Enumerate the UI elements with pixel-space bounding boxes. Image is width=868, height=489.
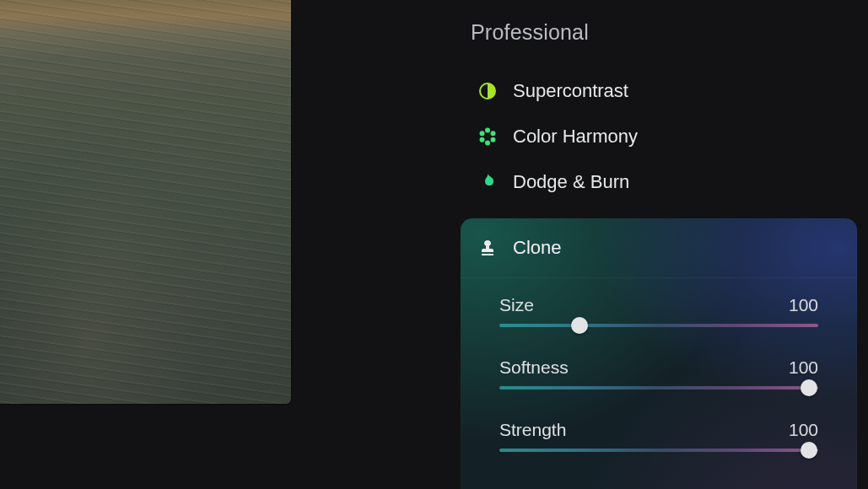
- tool-color-harmony[interactable]: Color Harmony: [461, 114, 857, 159]
- half-circle-icon: [477, 81, 498, 101]
- svg-point-7: [486, 135, 490, 139]
- slider-thumb[interactable]: [801, 379, 817, 396]
- slider-value: 100: [789, 357, 818, 378]
- slider-value: 100: [789, 295, 818, 315]
- svg-point-3: [491, 137, 496, 142]
- stamp-icon: [477, 238, 498, 258]
- tool-dodge-burn[interactable]: Dodge & Burn: [461, 159, 857, 205]
- tool-label: Dodge & Burn: [513, 171, 629, 193]
- slider-label: Size: [499, 295, 534, 315]
- image-canvas[interactable]: [0, 0, 291, 404]
- svg-point-5: [480, 137, 485, 142]
- slider-track: [499, 386, 818, 390]
- tool-supercontrast[interactable]: Supercontrast: [461, 68, 857, 114]
- tool-label: Clone: [513, 237, 561, 259]
- slider-row-strength: Strength 100: [461, 403, 857, 440]
- slider-value: 100: [789, 420, 818, 440]
- svg-point-6: [480, 131, 485, 136]
- slider-softness[interactable]: [461, 378, 857, 403]
- flame-icon: [477, 172, 498, 192]
- slider-track: [499, 324, 818, 327]
- slider-size[interactable]: [461, 315, 857, 341]
- tool-panel-clone: Clone Size 100 Softness 100 Strength 100: [461, 218, 857, 489]
- section-title-professional: Professional: [471, 20, 857, 45]
- tool-label: Supercontrast: [513, 80, 628, 102]
- slider-row-size: Size 100: [461, 278, 857, 315]
- svg-point-4: [485, 141, 490, 146]
- slider-label: Softness: [499, 357, 569, 378]
- flower-icon: [477, 126, 498, 147]
- svg-point-1: [485, 128, 490, 133]
- svg-point-2: [491, 131, 496, 136]
- slider-row-softness: Softness 100: [461, 341, 857, 378]
- tool-label: Color Harmony: [513, 126, 638, 148]
- slider-track: [499, 449, 818, 452]
- slider-strength[interactable]: [461, 440, 857, 465]
- tool-clone[interactable]: Clone: [461, 218, 857, 278]
- slider-thumb[interactable]: [571, 317, 588, 334]
- slider-label: Strength: [499, 420, 566, 440]
- tools-sidebar: Professional Supercontrast: [461, 0, 857, 489]
- slider-thumb[interactable]: [801, 442, 817, 459]
